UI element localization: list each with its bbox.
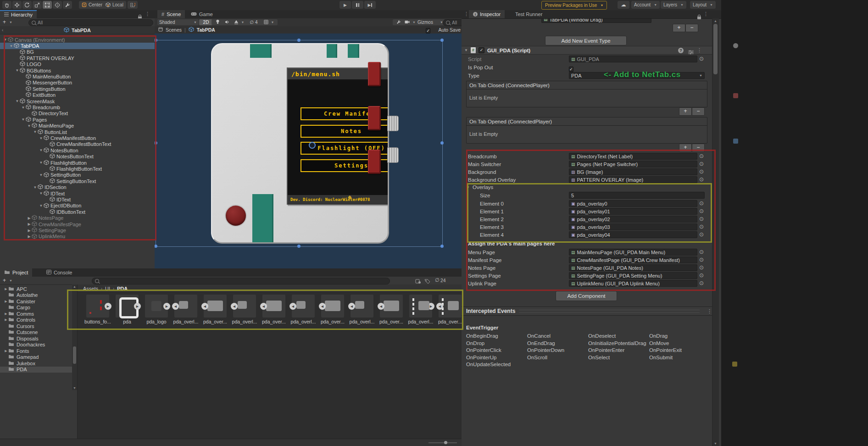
kebab-menu-icon[interactable]: ⋮ (145, 11, 150, 17)
foldout-arrow-icon[interactable]: ▼ (33, 185, 38, 190)
object-field[interactable]: ▤SettingPage (GUI_PDA Setting Menu) (569, 272, 697, 279)
foldout-arrow-icon[interactable]: ▼ (39, 136, 44, 140)
kebab-menu-icon[interactable]: ⋮ (697, 47, 702, 53)
hierarchy-row[interactable]: ▶NotesPage (0, 215, 155, 221)
object-picker-icon[interactable]: ⊙ (698, 272, 705, 279)
asset-tile[interactable]: ◀pda_overl... (290, 295, 316, 324)
breadcrumb-ui[interactable]: UI (105, 286, 110, 291)
hierarchy-row[interactable]: CrewManifestButtonText (0, 141, 155, 147)
2d-toggle[interactable]: 2D (199, 19, 213, 25)
breadcrumb-scenes-label[interactable]: Scenes (166, 27, 182, 33)
scrollbar-thumb[interactable] (713, 24, 718, 74)
foldout-arrow-icon[interactable]: ▶ (27, 222, 32, 226)
kebab-menu-icon[interactable]: ⋮ (703, 11, 708, 17)
add-component-button[interactable]: Add Component (556, 291, 617, 301)
intercepted-events-header[interactable]: Intercepted Events ⋮ (462, 307, 716, 316)
move-tool-button[interactable] (12, 1, 22, 9)
hierarchy-row[interactable]: IDText (0, 196, 155, 202)
component-enabled-checkbox[interactable]: ✓ (479, 47, 484, 53)
cloud-button[interactable]: ☁ (618, 1, 629, 9)
foldout-arrow-icon[interactable]: ▶ (4, 312, 8, 316)
space-mode-button[interactable]: Local (103, 1, 126, 9)
hierarchy-row[interactable]: ▼IDText (0, 190, 155, 196)
object-field[interactable]: ▤MainMenuPage (GUI_PDA Main Menu) (569, 249, 697, 256)
sprite-expand-icon[interactable]: ◀ (260, 303, 267, 310)
grid-snap-button[interactable] (128, 1, 138, 9)
hidden-packages-icon[interactable]: ∅ (435, 277, 440, 283)
object-picker-icon[interactable]: ⊙ (698, 256, 705, 263)
folder-row[interactable]: Jukebox (0, 360, 72, 367)
slider-thumb[interactable] (444, 441, 447, 444)
foldout-arrow-icon[interactable]: ▼ (39, 191, 44, 195)
object-picker-icon[interactable]: ⊙ (698, 249, 705, 256)
foldout-arrow-icon[interactable]: ▶ (4, 349, 8, 353)
sprite-expand-icon[interactable]: ◀ (436, 303, 443, 310)
tab-console[interactable]: Console (42, 268, 76, 277)
object-field[interactable]: ▨PATTERN OVERLAY (Image) (569, 176, 697, 183)
sprite-expand-icon[interactable]: ▶ (105, 303, 111, 310)
asset-tile[interactable]: ◀pda_overl... (173, 295, 199, 324)
tab-scene[interactable]: # Scene (157, 10, 185, 18)
thumbnail-zoom-slider[interactable] (428, 442, 457, 443)
event-add-button[interactable]: + (679, 107, 692, 116)
pivot-gizmo[interactable] (309, 142, 316, 149)
folder-row[interactable]: ▶APC (0, 286, 72, 292)
hierarchy-row[interactable]: ▼Pages (0, 117, 155, 123)
hierarchy-row[interactable]: SettingButtonText (0, 178, 155, 184)
breadcrumb-assets[interactable]: Assets (83, 286, 98, 291)
tab-hierarchy[interactable]: Hierarchy (0, 10, 37, 18)
scroll-down-icon[interactable]: ▼ (73, 386, 76, 390)
scroll-down-icon[interactable]: ▼ (714, 442, 717, 445)
sprite-expand-icon[interactable]: ◀ (231, 303, 238, 310)
grid-visual-dropdown[interactable]: ▼ (260, 19, 278, 25)
object-field[interactable]: ▤NotesPage (GUI_PDA Notes) (569, 264, 697, 271)
chevron-down-icon[interactable]: ▼ (9, 21, 12, 24)
tab-game[interactable]: Game (187, 10, 217, 18)
asset-tile[interactable]: ◀pda_over... (437, 295, 463, 324)
hierarchy-row[interactable]: ▼SettingButton (0, 172, 155, 178)
sprite-expand-icon[interactable]: ◀ (172, 303, 179, 310)
hand-tool-button[interactable] (2, 1, 11, 9)
hierarchy-row[interactable]: FlashlightButtonText (0, 166, 155, 172)
drag-handle-icon[interactable]: ⋮ (464, 11, 469, 17)
hierarchy-row[interactable]: ▼MainMenuPage (0, 123, 155, 129)
hierarchy-row[interactable]: ▼CrewManifestButton (0, 135, 155, 141)
folder-row[interactable]: Cargo (0, 305, 72, 311)
foldout-arrow-icon[interactable]: ▼ (21, 117, 26, 122)
hierarchy-row[interactable]: IDButtonText (0, 209, 155, 215)
event-remove-button[interactable]: − (692, 107, 705, 116)
hierarchy-row[interactable]: MessengerButton (0, 80, 155, 86)
folder-row[interactable]: ▶Comms (0, 311, 72, 317)
rect-tool-button[interactable] (43, 1, 52, 9)
step-button[interactable]: ▶ (364, 1, 376, 9)
hierarchy-scene-header[interactable]: ‹ TabPDA (0, 26, 155, 34)
asset-tile[interactable]: ▶pda_overl... (408, 295, 434, 324)
transform-tool-button[interactable] (53, 1, 62, 9)
hierarchy-row[interactable]: DirectoryText (0, 111, 155, 117)
component-header[interactable]: ▼ # ✓ GUI_PDA (Script) ? ⋮ (462, 46, 712, 55)
tab-inspector[interactable]: i Inspector (469, 10, 505, 18)
hierarchy-row[interactable]: ExitButton (0, 92, 155, 98)
event-add-button[interactable]: + (673, 24, 685, 32)
hierarchy-row[interactable]: ▶UplinkMenu (0, 234, 155, 240)
add-icon[interactable]: + (3, 277, 6, 284)
object-field[interactable]: ▣pda_overlay03 (569, 223, 697, 230)
object-picker-icon[interactable]: ⊙ (698, 216, 705, 223)
overlays-foldout-label[interactable]: Overlays (473, 184, 493, 190)
scrollbar-thumb[interactable] (73, 346, 76, 364)
sprite-expand-icon[interactable]: ◀ (201, 303, 208, 310)
foldout-arrow-icon[interactable]: ▼ (464, 48, 468, 52)
overlays-size-input[interactable]: 5 (569, 192, 705, 199)
chevron-down-icon[interactable]: ▼ (9, 279, 12, 282)
scale-tool-button[interactable] (33, 1, 42, 9)
hierarchy-row[interactable]: NotesButtonText (0, 154, 155, 160)
foldout-arrow-icon[interactable]: ▶ (27, 234, 32, 239)
gizmos-dropdown[interactable]: Gizmos ▼ (416, 19, 445, 25)
hierarchy-row[interactable]: ▼ScreenMask (0, 98, 155, 104)
object-picker-icon[interactable]: ⊙ (698, 176, 705, 183)
foldout-arrow-icon[interactable]: ▼ (39, 161, 44, 165)
object-picker-icon[interactable]: ⊙ (698, 208, 705, 215)
foldout-arrow-icon[interactable]: ▼ (15, 68, 20, 72)
foldout-arrow-icon[interactable]: ▼ (21, 106, 26, 110)
foldout-arrow-icon[interactable]: ▶ (27, 229, 32, 233)
